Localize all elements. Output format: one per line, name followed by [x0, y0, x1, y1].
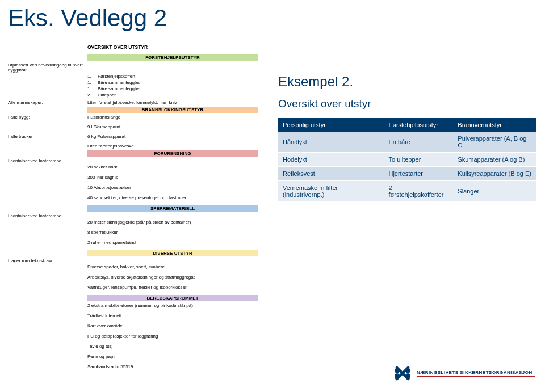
logo-underline: [417, 376, 535, 377]
row-value: 6 kg Pulverapperat: [87, 134, 125, 139]
row-value: 9 l Skumapparat: [87, 124, 120, 129]
table-cell: 2 førstehjelpskofferter: [384, 181, 453, 202]
table-header: Brannvernutstyr: [453, 118, 536, 132]
s3-intro: I container ved lasterampe:: [8, 158, 87, 163]
table-cell: Håndlykt: [278, 132, 384, 153]
list-text: Båre sammenleggbar: [98, 86, 141, 91]
list-text: Ulltepper: [98, 92, 116, 98]
section-bar-barriers: SPERREMATERIELL: [87, 205, 258, 212]
table-row: Vernemaske m filter (industrivernp.) 2 f…: [278, 181, 536, 202]
table-header: Førstehjelpsutstyr: [384, 118, 453, 132]
section-bar-misc: DIVERSE UTSTYR: [87, 250, 258, 256]
example-subtitle: Oversikt over utstyr: [278, 98, 536, 110]
table-cell: Slanger: [453, 181, 536, 202]
list-item: 300 liter sagflis: [87, 175, 269, 180]
table-cell: En båre: [384, 132, 453, 153]
list-text: Førstehjelpskoffert: [98, 74, 135, 79]
mannskap-value: Liten førstehjelpsveske, lommelykt, lite…: [87, 100, 177, 105]
page-title: Eks. Vedlegg 2: [0, 0, 545, 32]
list-item: Arbeidslys, diverse skjøteledninger og s…: [87, 275, 269, 280]
list-item: 2 ruller med sperrebånd: [87, 240, 269, 245]
list-item: 8 sperrebukker: [87, 230, 269, 235]
list-item: 20 meter sikringsgjerde (står på siden a…: [87, 220, 269, 225]
table-row: Hodelykt To ulltepper Skumapparater (A o…: [278, 153, 536, 167]
section-bar-readyroom: BEREDSKAPSROMMET: [87, 295, 258, 301]
list-num: 1.: [87, 74, 98, 79]
list-text: Båre sammenleggbar: [98, 80, 141, 85]
row-label: I alle bygg:: [8, 115, 87, 120]
list-item: PC og dataprosjektor for loggføring: [87, 334, 269, 339]
list-item: Tavle og tusj: [87, 344, 269, 349]
list-item: Kart over område: [87, 323, 269, 328]
list-num: 1.: [87, 80, 98, 85]
s1-intro: Utplassert ved hovedinngang til hvert by…: [8, 62, 87, 73]
list-item: Trådløst internett: [87, 313, 269, 318]
row-value: Husbrannslange: [87, 115, 120, 120]
example-title: Eksempel 2.: [278, 74, 536, 90]
row-label: I alle trucker:: [8, 134, 87, 139]
table-cell: Vernemaske m filter (industrivernp.): [278, 181, 384, 202]
table-cell: Skumapparater (A og B): [453, 153, 536, 167]
table-cell: Hjertestarter: [384, 167, 453, 181]
table-cell: Refleksvest: [278, 167, 384, 181]
list-item: 20 sekker bark: [87, 165, 269, 170]
list-num: 2.: [87, 92, 98, 98]
left-column: OVERSIKT OVER UTSTYR FØRSTEHJELPSUTSTYR …: [8, 44, 269, 374]
list-item: Diverse spader, hakker, spett, svabere: [87, 264, 269, 269]
section-bar-fire: BRANNSLOKKINGSUTSTYR: [87, 107, 258, 113]
list-item: Vannsuger, lensepumpe, trekiler og isopo…: [87, 285, 269, 290]
equipment-table: Personlig utstyr Førstehjelpsutstyr Bran…: [278, 118, 536, 202]
list-item: 40 sandsekker, diverse preseninger og pl…: [87, 195, 269, 200]
s5-intro: I lager rom teknisk avd.:: [8, 258, 87, 263]
right-column: Eksempel 2. Oversikt over utstyr Personl…: [278, 74, 536, 202]
table-cell: Hodelykt: [278, 153, 384, 167]
mannskap-label: Alle mannskaper:: [8, 100, 87, 105]
table-row: Refleksvest Hjertestarter Kullsyreappara…: [278, 167, 536, 181]
s4-intro: I container ved lasterampe:: [8, 213, 87, 218]
list-item: Penn og papir: [87, 354, 269, 359]
list-num: 1.: [87, 86, 98, 91]
list-item: 10 Absorbsjonspølser: [87, 185, 269, 190]
table-row: Håndlykt En båre Pulverapparater (A, B o…: [278, 132, 536, 153]
list-item: 2 ekstra mobiltelefoner (nummer og pinko…: [87, 303, 269, 308]
list-item: Sambandsradio 55519: [87, 364, 269, 369]
section-bar-firstaid: FØRSTEHJELPSUTSTYR: [87, 54, 258, 61]
logo-text: NÆRINGSLIVETS SIKKERHETSORGANISASJON: [417, 370, 535, 375]
table-header: Personlig utstyr: [278, 118, 384, 132]
table-cell: Kullsyreapparater (B og E): [453, 167, 536, 181]
row-value: Liten førstehjelpsveske: [87, 144, 134, 149]
overview-heading: OVERSIKT OVER UTSTYR: [87, 44, 269, 50]
nso-logo: NÆRINGSLIVETS SIKKERHETSORGANISASJON: [392, 363, 535, 384]
knot-icon: [392, 363, 413, 384]
section-bar-pollution: FORURENSNING: [87, 150, 258, 157]
table-cell: To ulltepper: [384, 153, 453, 167]
table-cell: Pulverapparater (A, B og C: [453, 132, 536, 153]
